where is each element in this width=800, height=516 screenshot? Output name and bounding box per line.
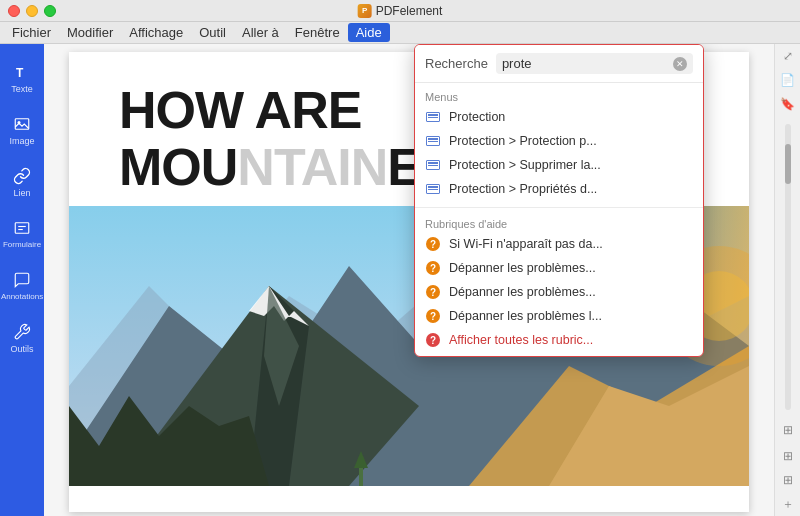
bottom-icon-1[interactable]: ⊞ <box>780 422 796 438</box>
close-button[interactable] <box>8 5 20 17</box>
bottom-icon-2[interactable]: ⊞ <box>780 448 796 464</box>
traffic-lights <box>8 5 56 17</box>
result-protection-2[interactable]: Protection > Protection p... <box>415 129 703 153</box>
result-text-1: Protection <box>449 110 693 124</box>
menu-results-section: Menus Protection Protection > Protection… <box>415 83 703 205</box>
search-bar: Recherche ✕ <box>415 45 703 83</box>
add-icon[interactable]: ＋ <box>780 496 796 512</box>
menu-aide[interactable]: Aide <box>348 23 390 42</box>
menu-modifier[interactable]: Modifier <box>59 23 121 42</box>
menu-aller[interactable]: Aller à <box>234 23 287 42</box>
result-depanner-1[interactable]: ? Dépanner les problèmes... <box>415 256 703 280</box>
result-protection-3[interactable]: Protection > Supprimer la... <box>415 153 703 177</box>
menu-affichage[interactable]: Affichage <box>121 23 191 42</box>
link-icon <box>13 167 31 185</box>
section-menus-label: Menus <box>415 87 703 105</box>
result-help-text-5: Afficher toutes les rubric... <box>449 333 693 347</box>
help-dropdown: Recherche ✕ Menus Protection <box>414 44 704 357</box>
scrollbar-track[interactable] <box>785 124 791 410</box>
sidebar: T Texte Image Lien Formulaire <box>0 44 44 516</box>
bookmark-icon[interactable]: 🔖 <box>780 96 796 112</box>
result-help-text-4: Dépanner les problèmes l... <box>449 309 693 323</box>
sidebar-item-lien[interactable]: Lien <box>2 158 42 206</box>
pdf-title-obscured: NTAIN <box>237 138 387 196</box>
result-text-4: Protection > Propriétés d... <box>449 182 693 196</box>
sidebar-label-texte: Texte <box>11 84 33 94</box>
tools-icon <box>13 323 31 341</box>
bottom-icon-3[interactable]: ⊞ <box>780 472 796 488</box>
help-icon-4: ? <box>425 308 441 324</box>
result-wifi[interactable]: ? Si Wi-Fi n'apparaît pas da... <box>415 232 703 256</box>
search-label: Recherche <box>425 56 488 71</box>
annotations-icon <box>13 271 31 289</box>
sidebar-item-formulaire[interactable]: Formulaire <box>2 210 42 258</box>
help-icon-1: ? <box>425 236 441 252</box>
sidebar-label-annotations: Annotations <box>1 292 43 301</box>
section-help-label: Rubriques d'aide <box>415 214 703 232</box>
result-help-text-1: Si Wi-Fi n'apparaît pas da... <box>449 237 693 251</box>
main-layout: T Texte Image Lien Formulaire <box>0 44 800 516</box>
page-icon[interactable]: 📄 <box>780 72 796 88</box>
svg-rect-1 <box>15 118 29 129</box>
menu-icon-2 <box>425 133 441 149</box>
help-icon-3: ? <box>425 284 441 300</box>
svg-text:T: T <box>16 65 24 79</box>
search-clear-button[interactable]: ✕ <box>673 57 687 71</box>
search-input[interactable] <box>502 56 669 71</box>
svg-rect-18 <box>359 466 363 486</box>
sidebar-label-formulaire: Formulaire <box>3 240 41 249</box>
sidebar-item-texte[interactable]: T Texte <box>2 54 42 102</box>
minimize-button[interactable] <box>26 5 38 17</box>
result-help-text-2: Dépanner les problèmes... <box>449 261 693 275</box>
image-icon <box>13 115 31 133</box>
help-icon-5: ? <box>425 332 441 348</box>
expand-icon[interactable]: ⤢ <box>780 48 796 64</box>
sidebar-item-annotations[interactable]: Annotations <box>2 262 42 310</box>
sidebar-label-outils: Outils <box>10 344 33 354</box>
sidebar-label-image: Image <box>9 136 34 146</box>
sidebar-item-image[interactable]: Image <box>2 106 42 154</box>
help-icon-2: ? <box>425 260 441 276</box>
result-text-3: Protection > Supprimer la... <box>449 158 693 172</box>
help-results-section: Rubriques d'aide ? Si Wi-Fi n'apparaît p… <box>415 210 703 356</box>
menu-fenetre[interactable]: Fenêtre <box>287 23 348 42</box>
menubar: Fichier Modifier Affichage Outil Aller à… <box>0 22 800 44</box>
menu-icon-1 <box>425 109 441 125</box>
menu-fichier[interactable]: Fichier <box>4 23 59 42</box>
search-input-wrapper[interactable]: ✕ <box>496 53 693 74</box>
svg-rect-3 <box>15 223 29 234</box>
result-depanner-2[interactable]: ? Dépanner les problèmes... <box>415 280 703 304</box>
result-afficher-all[interactable]: ? Afficher toutes les rubric... <box>415 328 703 352</box>
app-title: P PDFelement <box>358 4 443 18</box>
menu-outil[interactable]: Outil <box>191 23 234 42</box>
result-protection-1[interactable]: Protection <box>415 105 703 129</box>
titlebar: P PDFelement <box>0 0 800 22</box>
scrollbar-thumb[interactable] <box>785 144 791 184</box>
form-icon <box>13 219 31 237</box>
app-icon: P <box>358 4 372 18</box>
menu-icon-4 <box>425 181 441 197</box>
section-divider <box>415 207 703 208</box>
result-depanner-3[interactable]: ? Dépanner les problèmes l... <box>415 304 703 328</box>
text-icon: T <box>13 63 31 81</box>
menu-icon-3 <box>425 157 441 173</box>
content-area: HOW ARE MOUNTAINED? <box>44 44 774 516</box>
result-protection-4[interactable]: Protection > Propriétés d... <box>415 177 703 201</box>
maximize-button[interactable] <box>44 5 56 17</box>
app-name: PDFelement <box>376 4 443 18</box>
result-text-2: Protection > Protection p... <box>449 134 693 148</box>
result-help-text-3: Dépanner les problèmes... <box>449 285 693 299</box>
sidebar-item-outils[interactable]: Outils <box>2 314 42 362</box>
right-panel: ⤢ 📄 🔖 ⊞ ⊞ ⊞ ＋ <box>774 44 800 516</box>
sidebar-label-lien: Lien <box>13 188 30 198</box>
